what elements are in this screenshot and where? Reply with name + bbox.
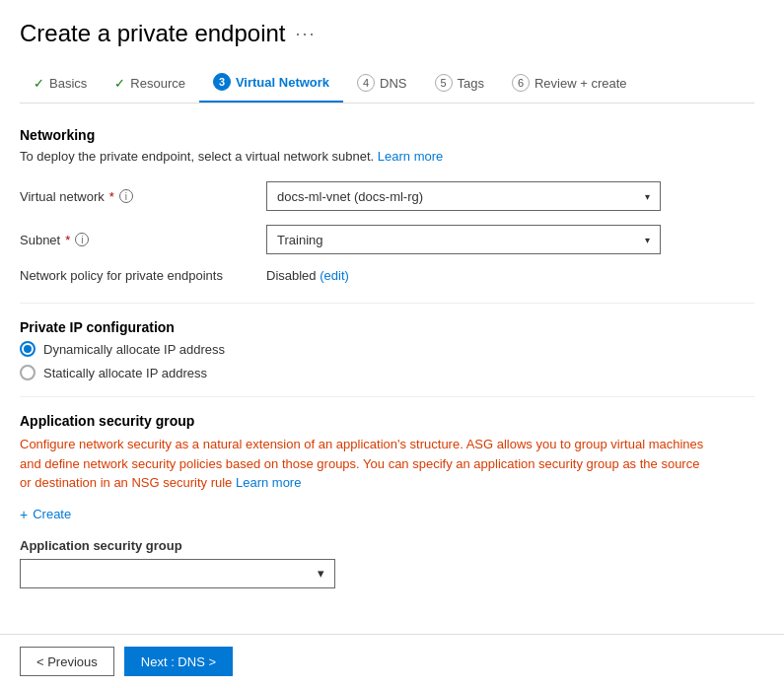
virtual-network-required: * bbox=[109, 189, 114, 204]
virtual-network-caret: ▾ bbox=[645, 191, 650, 202]
step-dns-label: DNS bbox=[380, 76, 406, 91]
networking-desc-text: To deploy the private endpoint, select a… bbox=[20, 149, 374, 164]
radio-dynamic[interactable]: Dynamically allocate IP address bbox=[20, 341, 754, 357]
subnet-label: Subnet * i bbox=[20, 233, 256, 247]
asg-dropdown[interactable]: ▾ bbox=[20, 559, 335, 588]
asg-create-label: Create bbox=[33, 507, 71, 521]
step-dns-number: 4 bbox=[357, 74, 375, 92]
divider-2 bbox=[20, 396, 754, 397]
subnet-info-icon[interactable]: i bbox=[75, 233, 89, 246]
subnet-caret: ▾ bbox=[645, 235, 650, 245]
next-button[interactable]: Next : DNS > bbox=[124, 647, 233, 676]
networking-section: Networking To deploy the private endpoin… bbox=[20, 127, 754, 283]
subnet-required: * bbox=[65, 233, 70, 247]
asg-create-link[interactable]: + Create bbox=[20, 507, 754, 522]
subnet-dropdown[interactable]: Training ▾ bbox=[266, 225, 661, 254]
step-virtual-network-number: 3 bbox=[213, 73, 231, 91]
networking-section-title: Networking bbox=[20, 127, 754, 143]
wizard-steps: ✓ Basics ✓ Resource 3 Virtual Network 4 … bbox=[20, 65, 754, 103]
step-resource-label: Resource bbox=[130, 76, 185, 91]
step-virtual-network[interactable]: 3 Virtual Network bbox=[199, 65, 343, 103]
asg-desc-text: Configure network security as a natural … bbox=[20, 437, 703, 490]
step-virtual-network-label: Virtual Network bbox=[236, 75, 329, 90]
asg-field-label: Application security group bbox=[20, 538, 754, 553]
ip-config-title: Private IP configuration bbox=[20, 319, 754, 335]
asg-dropdown-caret: ▾ bbox=[318, 566, 324, 581]
step-basics[interactable]: ✓ Basics bbox=[20, 68, 101, 101]
step-resource[interactable]: ✓ Resource bbox=[101, 68, 199, 101]
virtual-network-info-icon[interactable]: i bbox=[119, 189, 133, 203]
step-dns[interactable]: 4 DNS bbox=[343, 66, 420, 102]
policy-edit-link[interactable]: (edit) bbox=[320, 268, 349, 283]
step-basics-check: ✓ bbox=[34, 76, 44, 91]
subnet-value: Training bbox=[277, 233, 322, 247]
networking-description: To deploy the private endpoint, select a… bbox=[20, 149, 754, 164]
policy-value: Disabled (edit) bbox=[266, 268, 349, 283]
policy-label: Network policy for private endpoints bbox=[20, 268, 256, 283]
step-tags[interactable]: 5 Tags bbox=[421, 66, 498, 102]
asg-section-title: Application security group bbox=[20, 413, 754, 429]
subnet-row: Subnet * i Training ▾ bbox=[20, 225, 754, 254]
step-review-label: Review + create bbox=[535, 76, 627, 91]
step-tags-number: 5 bbox=[435, 74, 453, 92]
virtual-network-label: Virtual network * i bbox=[20, 189, 256, 204]
ip-config-radio-group: Dynamically allocate IP address Statical… bbox=[20, 341, 754, 380]
radio-dynamic-label: Dynamically allocate IP address bbox=[43, 342, 225, 357]
page-title-ellipsis: ··· bbox=[296, 24, 317, 44]
asg-section: Application security group Configure net… bbox=[20, 413, 754, 588]
virtual-network-value: docs-ml-vnet (docs-ml-rg) bbox=[277, 189, 423, 204]
divider-1 bbox=[20, 303, 754, 304]
virtual-network-row: Virtual network * i docs-ml-vnet (docs-m… bbox=[20, 181, 754, 211]
step-resource-check: ✓ bbox=[114, 76, 125, 91]
step-review-create[interactable]: 6 Review + create bbox=[498, 66, 641, 102]
policy-row: Network policy for private endpoints Dis… bbox=[20, 268, 754, 283]
step-tags-label: Tags bbox=[458, 76, 484, 91]
page-title-text: Create a private endpoint bbox=[20, 20, 286, 47]
asg-learn-more[interactable]: Learn more bbox=[236, 475, 301, 490]
page-title: Create a private endpoint ··· bbox=[20, 20, 754, 47]
radio-static-input[interactable] bbox=[20, 365, 36, 380]
virtual-network-dropdown[interactable]: docs-ml-vnet (docs-ml-rg) ▾ bbox=[266, 181, 661, 211]
networking-learn-more[interactable]: Learn more bbox=[378, 149, 443, 164]
radio-static-label: Statically allocate IP address bbox=[43, 366, 207, 380]
radio-static[interactable]: Statically allocate IP address bbox=[20, 365, 754, 380]
asg-description: Configure network security as a natural … bbox=[20, 435, 710, 493]
plus-icon: + bbox=[20, 507, 28, 522]
ip-config-section: Private IP configuration Dynamically all… bbox=[20, 319, 754, 380]
radio-dynamic-input[interactable] bbox=[20, 341, 36, 357]
previous-button[interactable]: < Previous bbox=[20, 647, 114, 676]
step-review-number: 6 bbox=[512, 74, 530, 92]
bottom-nav: < Previous Next : DNS > bbox=[0, 634, 784, 688]
step-basics-label: Basics bbox=[49, 76, 87, 91]
